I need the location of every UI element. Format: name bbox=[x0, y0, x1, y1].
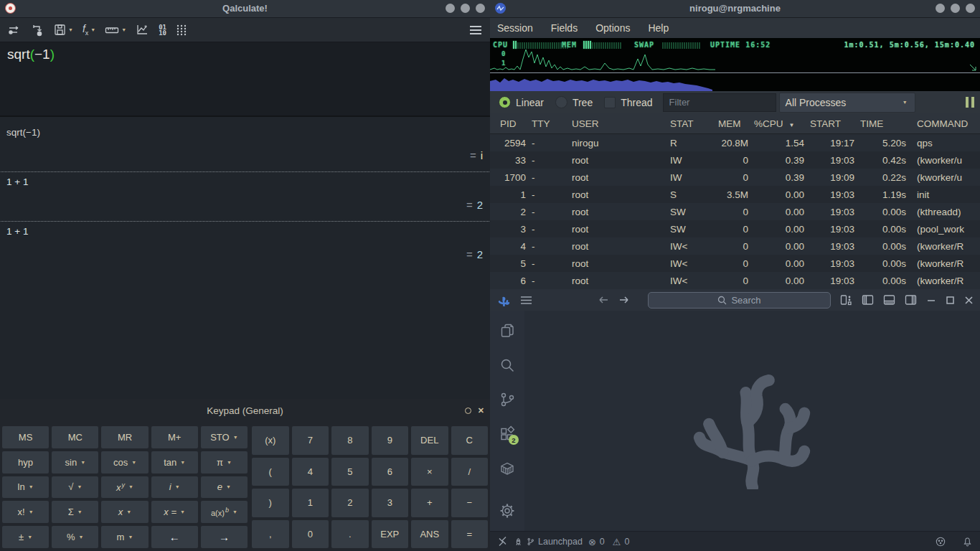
keypad-button-cursor-right[interactable]: → bbox=[201, 526, 248, 548]
keypad-button-pi[interactable]: π▼ bbox=[201, 451, 248, 474]
linear-radio[interactable] bbox=[499, 96, 511, 108]
expression-input[interactable]: sqrt(−1) bbox=[0, 42, 490, 117]
launchpad-item[interactable]: Launchpad bbox=[514, 537, 583, 547]
keypad-button-five[interactable]: 5 bbox=[331, 458, 369, 486]
menu-session[interactable]: Session bbox=[497, 22, 533, 34]
container-icon[interactable] bbox=[499, 460, 516, 477]
keypad-button-three[interactable]: 3 bbox=[372, 489, 409, 517]
thread-checkbox[interactable] bbox=[604, 97, 616, 108]
tree-radio[interactable] bbox=[555, 96, 567, 108]
bases-icon[interactable]: 01 10 bbox=[156, 23, 169, 37]
keypad-button-plus-minus[interactable]: ±▼ bbox=[2, 526, 49, 548]
keypad-button-sqrt[interactable]: √▼ bbox=[52, 476, 98, 499]
units-icon[interactable]: ▼ bbox=[103, 23, 128, 37]
keypad-button-multiply[interactable]: × bbox=[411, 458, 448, 486]
column-header-user[interactable]: USER bbox=[569, 118, 667, 129]
keypad-button-minus[interactable]: − bbox=[451, 489, 489, 517]
table-row[interactable]: 5-rootIW<00.0019:030.00s(kworker/R bbox=[490, 255, 980, 272]
qps-titlebar[interactable]: nirogu@nrgmachine bbox=[490, 0, 980, 18]
cookie-icon[interactable] bbox=[935, 536, 946, 547]
column-header-cpu[interactable]: %CPU▼ bbox=[751, 118, 807, 129]
table-row[interactable]: 33-rootIW00.3919:030.42s(kworker/u bbox=[490, 151, 980, 169]
keypad-button-answer[interactable]: ANS bbox=[411, 520, 448, 549]
keypad-button-plus[interactable]: + bbox=[411, 489, 448, 517]
problems-item[interactable]: ⊗ 0 ⚠ 0 bbox=[588, 537, 629, 547]
history-result[interactable]: =i bbox=[0, 139, 490, 169]
plot-icon[interactable] bbox=[133, 22, 151, 37]
keypad-button-imaginary[interactable]: i▼ bbox=[151, 476, 198, 499]
history-expression[interactable]: 1 + 1 bbox=[0, 225, 490, 238]
column-header-command[interactable]: COMMAND bbox=[909, 118, 980, 129]
keypad-button-power[interactable]: xy▼ bbox=[101, 476, 148, 499]
table-row[interactable]: 1-rootS3.5M0.0019:031.19sinit bbox=[490, 186, 980, 203]
column-header-pid[interactable]: PID bbox=[490, 118, 529, 129]
keypad-button-smart-paren[interactable]: (x) bbox=[252, 426, 289, 455]
keypad-button-cos[interactable]: cos▼ bbox=[101, 451, 148, 474]
keypad-button-decimal[interactable]: . bbox=[331, 520, 369, 549]
window-button-3[interactable] bbox=[476, 4, 485, 13]
table-row[interactable]: 6-rootIW<00.0019:030.00s(kworker/R bbox=[490, 272, 980, 289]
window-button-2[interactable] bbox=[461, 4, 470, 13]
history-result[interactable]: =2 bbox=[0, 189, 490, 218]
save-icon[interactable]: ▼ bbox=[52, 22, 75, 37]
settings-gear-icon[interactable] bbox=[499, 502, 516, 519]
keypad-button-tan[interactable]: tan▼ bbox=[151, 451, 198, 474]
keypad-button-memory-clear[interactable]: MC bbox=[52, 426, 98, 448]
toggle-secondary-sidebar-icon[interactable] bbox=[905, 294, 917, 306]
menu-help[interactable]: Help bbox=[648, 22, 669, 34]
editor-titlebar[interactable]: Search bbox=[490, 289, 980, 311]
menu-fields[interactable]: Fields bbox=[551, 22, 578, 34]
window-button-1[interactable] bbox=[446, 4, 455, 13]
qalculate-menu-icon[interactable] bbox=[467, 24, 484, 37]
monitor-resize-handle[interactable] bbox=[969, 64, 976, 71]
history-list[interactable]: sqrt(−1)=i1 + 1=21 + 1=2 bbox=[0, 117, 490, 416]
process-scope-select[interactable]: All Processes ▼ bbox=[779, 93, 915, 113]
table-row[interactable]: 2-rootSW00.0019:030.00s(kthreadd) bbox=[490, 203, 980, 220]
keypad-button-sin[interactable]: sin▼ bbox=[52, 451, 98, 474]
keypad-button-close-paren[interactable]: ) bbox=[252, 489, 289, 517]
save-dropdown-arrow[interactable]: ▼ bbox=[68, 27, 73, 32]
editor-menu-icon[interactable] bbox=[520, 296, 532, 305]
filter-input[interactable] bbox=[663, 93, 776, 112]
keypad-button-nine[interactable]: 9 bbox=[372, 426, 409, 455]
keypad-button-function-apply[interactable]: a(x)b▼ bbox=[201, 501, 248, 523]
keypad-button-four[interactable]: 4 bbox=[292, 458, 329, 486]
keypad-button-exp[interactable]: EXP bbox=[372, 520, 409, 549]
search-input[interactable]: Search bbox=[648, 292, 831, 309]
minimize-icon[interactable] bbox=[926, 295, 936, 305]
keypad-button-ln[interactable]: ln▼ bbox=[2, 476, 49, 499]
keypad-button-m-prefix[interactable]: m▼ bbox=[101, 526, 148, 548]
qps-window-button-1[interactable] bbox=[936, 4, 945, 13]
keypad-button-variable-x[interactable]: x▼ bbox=[101, 501, 148, 523]
toggle-sidebar-icon[interactable] bbox=[862, 294, 874, 306]
history-expression[interactable]: 1 + 1 bbox=[0, 175, 490, 189]
history-result[interactable]: =2 bbox=[0, 238, 490, 268]
keypad-button-cursor-left[interactable]: ← bbox=[151, 526, 198, 548]
keypad-detach-icon[interactable] bbox=[465, 408, 471, 414]
keypad-button-one[interactable]: 1 bbox=[292, 489, 329, 517]
keypad-button-six[interactable]: 6 bbox=[372, 458, 409, 486]
keypad-close-icon[interactable]: ✕ bbox=[478, 406, 484, 415]
column-header-start[interactable]: START bbox=[807, 118, 857, 129]
keypad-button-memory-plus[interactable]: M+ bbox=[151, 426, 198, 448]
keypad-button-memory-recall[interactable]: MR bbox=[101, 426, 148, 448]
column-header-time[interactable]: TIME bbox=[857, 118, 909, 129]
keypad-button-clear[interactable]: C bbox=[451, 426, 489, 455]
maximize-icon[interactable] bbox=[946, 296, 955, 305]
keypad-button-percent[interactable]: %▼ bbox=[52, 526, 98, 548]
remote-indicator[interactable] bbox=[497, 537, 508, 547]
keypad-button-divide[interactable]: / bbox=[451, 458, 489, 486]
column-header-mem[interactable]: MEM bbox=[715, 118, 751, 129]
keypad-button-hyperbolic[interactable]: hyp bbox=[2, 451, 49, 474]
back-arrow-icon[interactable] bbox=[598, 295, 609, 305]
keypad-button-two[interactable]: 2 bbox=[331, 489, 369, 517]
units-dropdown-arrow[interactable]: ▼ bbox=[121, 27, 126, 32]
qalculate-titlebar[interactable]: Qalculate! bbox=[0, 0, 490, 18]
keypad-button-equals[interactable]: = bbox=[451, 520, 489, 549]
keypad-button-store[interactable]: STO▼ bbox=[201, 426, 248, 448]
keypad-button-seven[interactable]: 7 bbox=[292, 426, 329, 455]
keypad-button-open-paren[interactable]: ( bbox=[252, 458, 289, 486]
customize-layout-icon[interactable] bbox=[840, 294, 852, 306]
keypad-button-memory-store[interactable]: MS bbox=[2, 426, 49, 448]
functions-dropdown-arrow[interactable]: ▼ bbox=[90, 27, 95, 32]
